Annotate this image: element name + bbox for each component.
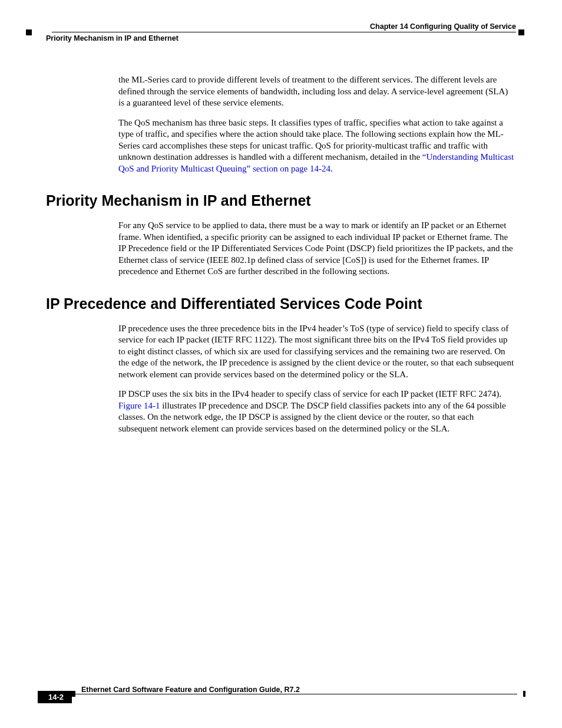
running-header: Chapter 14 Configuring Quality of Servic… xyxy=(46,22,516,46)
section-label: Priority Mechanism in IP and Ethernet xyxy=(46,34,178,42)
sec2-p2-post: illustrates IP precedence and DSCP. The … xyxy=(118,401,506,433)
footer-rule xyxy=(46,694,517,694)
header-right-marker xyxy=(518,29,524,35)
body-content: the ML-Series card to provide different … xyxy=(46,74,516,434)
figure-14-1-link[interactable]: Figure 14-1 xyxy=(118,401,160,410)
page: Chapter 14 Configuring Quality of Servic… xyxy=(0,0,562,728)
intro-paragraph-1: the ML-Series card to provide different … xyxy=(118,74,514,109)
page-number: 14-2 xyxy=(38,691,72,703)
section-heading-ip-precedence-dscp: IP Precedence and Differentiated Service… xyxy=(46,295,516,312)
intro-p2-post: . xyxy=(330,164,333,173)
header-left-marker xyxy=(26,29,32,35)
sec1-paragraph-1: For any QoS service to be applied to dat… xyxy=(118,220,514,278)
header-rule xyxy=(52,32,516,32)
chapter-label: Chapter 14 Configuring Quality of Servic… xyxy=(370,22,516,32)
footer-right-marker xyxy=(523,691,525,697)
sec2-paragraph-1: IP precedence uses the three precedence … xyxy=(118,323,514,381)
sec2-paragraph-2: IP DSCP uses the six bits in the IPv4 he… xyxy=(118,388,514,434)
section-heading-priority-mechanism: Priority Mechanism in IP and Ethernet xyxy=(46,192,516,209)
footer-title: Ethernet Card Software Feature and Confi… xyxy=(81,686,300,694)
running-footer: Ethernet Card Software Feature and Confi… xyxy=(46,686,517,709)
intro-paragraph-2: The QoS mechanism has three basic steps.… xyxy=(118,117,514,175)
sec2-p2-pre: IP DSCP uses the six bits in the IPv4 he… xyxy=(118,389,501,398)
